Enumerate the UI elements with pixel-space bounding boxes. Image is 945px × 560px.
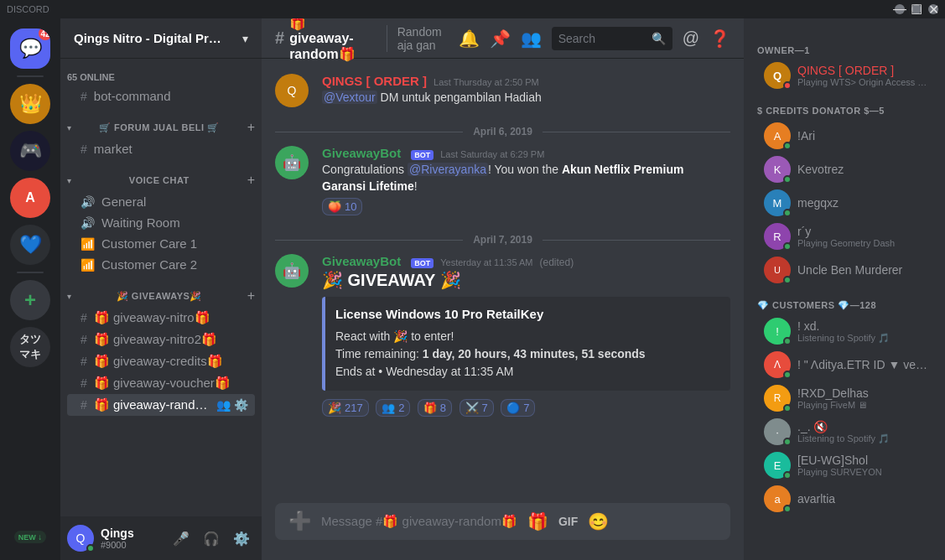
member-avatar: a [764,485,791,512]
server-icon-1[interactable]: 👑 [10,84,50,124]
bot-badge: BOT [411,150,434,160]
channel-list: 65 ONLINE # bot-command ▾ 🛒 FORUM JUAL B… [60,59,262,516]
channel-item-giveaway-credits[interactable]: # 🎁 giveaway-credits🎁 [67,350,255,372]
search-bar[interactable]: Search 🔍 [552,27,672,50]
reaction-item[interactable]: ⚔️ 7 [460,399,494,417]
server-name-bar[interactable]: Qings Nitro - Digital Produ... ▾ [60,18,262,59]
member-item[interactable]: · ._. 🔇 Listening to Spotify 🎵 [750,415,938,449]
message-author[interactable]: QINGS [ ORDER ] [322,74,427,88]
channel-members-icon[interactable]: 👥 [216,398,231,412]
member-item[interactable]: Λ ! " Λditya.ETR ID ▼ ven... [750,348,938,381]
category-forum[interactable]: ▾ 🛒 FORUM JUAL BELI 🛒 + [60,106,262,138]
channel-item-customer-care-1[interactable]: 📶 Customer Care 1 [67,233,255,254]
attach-button[interactable]: ➕ [288,511,311,532]
server-icon-add[interactable]: + [10,280,50,320]
member-item[interactable]: R !RXD_Delhas Playing FiveM 🖥 [750,381,938,415]
search-placeholder: Search [558,32,646,45]
member-item[interactable]: U Uncle Ben Murderer [750,253,938,287]
channel-title-text: 🎁 giveaway-random🎁 [289,18,373,62]
status-dot [783,438,792,446]
date-divider: April 6, 2019 [262,112,744,144]
channel-item-bot-command[interactable]: # bot-command [67,86,255,106]
channel-settings-icon[interactable]: ⚙️ [234,398,248,412]
channel-item-general-vc[interactable]: 🔊 General [67,191,255,212]
pin-icon[interactable]: 📌 [490,29,511,49]
server-icon-apex[interactable]: A [10,178,50,218]
reaction-item[interactable]: 🎁 8 [418,399,452,417]
member-avatar: · [764,418,791,445]
message-author[interactable]: GiveawayBot [322,146,401,160]
member-info: megqxz [797,196,932,210]
members-list-icon[interactable]: 👥 [521,29,542,49]
server-icon-tatsu[interactable]: タツマキ [10,327,50,367]
message-time: Yesterday at 11:35 AM [440,257,532,267]
category-add[interactable]: + [247,120,255,135]
reaction-item[interactable]: 🍑 10 [322,198,362,215]
reaction-item[interactable]: 👥 2 [376,399,410,417]
section-header-customers: 💎 CUSTOMERS 💎—128 [744,287,945,314]
divider-line [275,132,463,132]
member-name: QINGS [ ORDER ] [797,64,932,77]
close-button[interactable]: ✕ [928,4,938,14]
mention[interactable]: @Vextour [322,91,377,104]
maximize-button[interactable]: ☐ [911,4,922,14]
mention[interactable]: @Riverayanka [408,163,488,176]
member-item[interactable]: ! ! xd. Listening to Spotify 🎵 [750,314,938,348]
channel-item-customer-care-2[interactable]: 📶 Customer Care 2 [67,254,255,275]
deafen-button[interactable]: 🎧 [198,525,225,552]
chat-input-wrap: ➕ Message #🎁 giveaway-random🎁 🎁 GIF 😊 [275,503,730,540]
category-add[interactable]: + [247,173,255,188]
category-giveaways[interactable]: ▾ 🎉 GIVEAWAYS🎉 + [60,275,262,307]
emoji-button[interactable]: 😊 [588,511,609,531]
help-icon[interactable]: ❓ [709,29,730,49]
channel-item-waiting-room[interactable]: 🔊 Waiting Room [67,212,255,233]
category-voice[interactable]: ▾ VOICE CHAT + [60,159,262,191]
member-info: avarltia [797,492,932,506]
channel-name: 🎁 giveaway-credits🎁 [94,354,248,369]
member-item[interactable]: R r´y Playing Geometry Dash [750,220,938,253]
server-icon-2[interactable]: 🎮 [10,131,50,171]
member-avatar: ! [764,318,791,345]
channel-name: bot-command [94,89,248,103]
message-author[interactable]: GiveawayBot [322,254,401,268]
hash-icon: # [80,376,87,390]
server-name-chevron: ▾ [242,32,248,45]
member-item[interactable]: K Kevotrez [750,153,938,186]
notification-bell-icon[interactable]: 🔔 [459,29,480,49]
member-item-owner[interactable]: Q QINGS [ ORDER ] Playing WTS> Origin Ac… [750,59,938,92]
server-icon-4[interactable]: 💙 [10,225,50,265]
user-avatar-wrap: Q [67,525,94,552]
gift-button[interactable]: 🎁 [527,511,548,531]
member-item[interactable]: A !Ari [750,119,938,153]
channel-item-giveaway-nitro[interactable]: # 🎁 giveaway-nitro🎁 [67,307,255,329]
member-avatar: M [764,189,791,216]
mute-button[interactable]: 🎤 [168,525,195,552]
date-divider: April 7, 2019 [262,220,744,252]
channel-item-giveaway-nitro2[interactable]: # 🎁 giveaway-nitro2🎁 [67,329,255,350]
reaction-item[interactable]: 🔵 7 [501,399,535,417]
channel-item-giveaway-voucher[interactable]: # 🎁 giveaway-voucher🎁 [67,372,255,394]
channel-item-market[interactable]: # market [67,138,255,159]
minimize-button[interactable]: — [895,4,905,14]
message-group: Q QINGS [ ORDER ] Last Thursday at 2:50 … [262,72,744,109]
server-icon-home[interactable]: 💬 42 [10,29,50,69]
member-name: avarltia [797,492,932,506]
chat-input[interactable]: Message #🎁 giveaway-random🎁 [321,514,517,529]
status-dot [783,404,792,412]
member-name: Uncle Ben Murderer [797,263,932,277]
user-tag: #9000 [101,540,161,550]
settings-button[interactable]: ⚙️ [228,525,255,552]
gif-button[interactable]: GIF [558,515,578,528]
member-activity: Playing FiveM 🖥 [797,400,932,410]
member-list: OWNER—1 Q QINGS [ ORDER ] Playing WTS> O… [744,18,945,560]
reaction-item[interactable]: 🎉 217 [322,399,369,417]
member-name: ! xd. [797,319,932,333]
member-item[interactable]: M megqxz [750,186,938,220]
member-item[interactable]: E [EU-WG]Shol Playing SURVEYON [750,449,938,482]
stage-icon: 📶 [80,237,95,251]
channel-item-giveaway-random[interactable]: # 🎁 giveaway-rando... 👥 ⚙️ [67,394,255,416]
at-icon[interactable]: @ [683,29,699,48]
section-header-credits: $ CREDITS DONATOR $—5 [744,92,945,119]
category-add[interactable]: + [247,288,255,303]
member-item[interactable]: a avarltia [750,482,938,516]
